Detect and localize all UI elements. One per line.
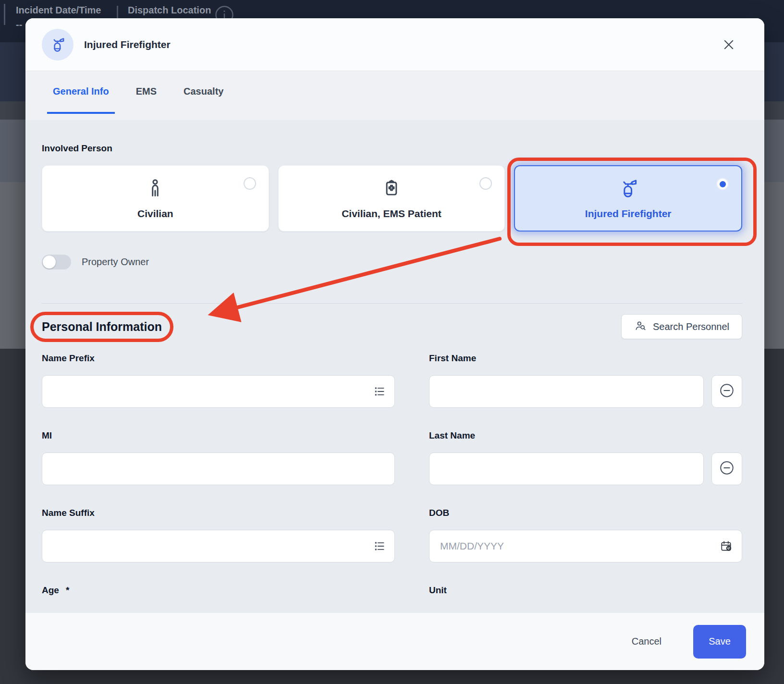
first-name-input-box [429,375,704,408]
minus-circle-icon [719,382,735,401]
fire-extinguisher-icon [42,29,74,61]
mi-field: MI [42,431,395,485]
calendar-clock-icon[interactable] [720,539,733,553]
remove-last-name-button[interactable] [711,452,742,485]
toggle-knob [43,256,56,269]
personal-information-heading: Personal Information [42,320,162,334]
modal-title: Injured Firefighter [84,39,171,50]
option-card-civilian[interactable]: Civilian [42,165,269,232]
save-button[interactable]: Save [693,625,746,659]
last-name-input-box [429,452,704,485]
remove-first-name-button[interactable] [711,375,742,408]
mi-input[interactable] [52,463,385,475]
list-select-icon[interactable] [373,540,386,552]
name-prefix-field: Name Prefix [42,354,395,408]
dob-label: DOB [429,508,742,517]
name-suffix-input-box [42,530,395,562]
cancel-button[interactable]: Cancel [629,635,664,647]
age-field: Age* [42,586,395,595]
incident-datetime-value: -- [16,19,22,30]
dispatch-location-label: Dispatch Location [128,5,211,16]
search-personnel-label: Search Personnel [653,321,729,332]
dob-field: DOB [429,508,742,562]
property-owner-toggle[interactable] [42,255,71,269]
dob-input[interactable] [439,540,732,552]
person-search-icon [634,319,647,334]
name-prefix-label: Name Prefix [42,354,395,363]
involved-person-options: Civilian Civilian, EMS Patient [42,165,742,232]
property-owner-label: Property Owner [82,256,149,268]
option-card-injured-firefighter[interactable]: Injured Firefighter [514,165,742,232]
modal-body: Involved Person Civilian [25,120,764,670]
mi-label: MI [42,431,395,440]
incident-datetime-label: Incident Date/Time [16,5,101,16]
dob-input-box [429,530,742,562]
unit-field: Unit [429,586,742,595]
option-label: Civilian [137,208,173,220]
person-icon [144,177,166,201]
involved-person-label: Involved Person [42,143,742,154]
radio-unselected-icon[interactable] [244,177,256,190]
search-personnel-button[interactable]: Search Personnel [621,314,742,339]
name-prefix-input[interactable] [52,385,385,398]
option-label: Injured Firefighter [585,208,672,220]
name-suffix-field: Name Suffix [42,508,395,562]
option-label: Civilian, EMS Patient [342,208,441,220]
modal-footer: Cancel Save [25,613,764,670]
first-name-field: First Name [429,354,742,408]
tab-ems[interactable]: EMS [130,71,162,114]
age-label: Age* [42,586,395,595]
option-card-civilian-ems-patient[interactable]: Civilian, EMS Patient [278,165,505,232]
radio-selected-icon[interactable] [716,178,729,190]
personal-information-form: Name Prefix First [42,354,742,618]
fire-extinguisher-icon [617,177,639,201]
name-suffix-input[interactable] [52,540,385,552]
modal-header: Injured Firefighter [25,18,764,71]
required-asterisk: * [66,585,69,595]
last-name-label: Last Name [429,431,742,440]
radio-unselected-icon[interactable] [479,177,492,190]
list-select-icon[interactable] [373,385,386,398]
personal-information-header-row: Personal Information Search Personnel [42,313,742,340]
first-name-label: First Name [429,354,742,363]
unit-label: Unit [429,586,742,595]
last-name-field: Last Name [429,431,742,485]
mi-input-box [42,452,395,485]
property-owner-row: Property Owner [42,255,742,269]
tab-casualty[interactable]: Casualty [178,71,229,114]
injured-firefighter-modal: Injured Firefighter General Info EMS Cas… [25,18,764,670]
name-prefix-input-box [42,375,395,408]
modal-tabs: General Info EMS Casualty [25,71,764,120]
minus-circle-icon [719,460,735,478]
last-name-input[interactable] [439,463,694,475]
first-name-input[interactable] [439,385,694,398]
section-divider [42,303,742,304]
close-icon[interactable] [718,34,739,55]
tab-general-info[interactable]: General Info [47,71,115,114]
clipboard-medical-icon [380,177,403,201]
topbar-divider [4,4,5,25]
name-suffix-label: Name Suffix [42,508,395,517]
